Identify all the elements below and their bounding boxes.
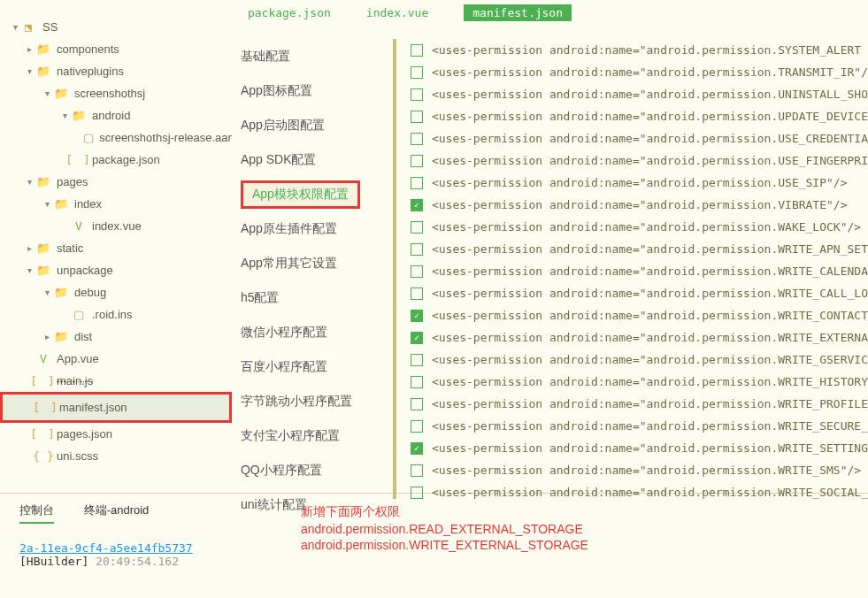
permission-row[interactable]: <uses-permission android:name="android.p… <box>411 415 868 437</box>
config-item-8[interactable]: 微信小程序配置 <box>232 315 393 349</box>
tree-file-uniscss[interactable]: { }uni.scss <box>0 445 232 467</box>
config-item-11[interactable]: 支付宝小程序配置 <box>232 418 393 453</box>
tree-root[interactable]: ▾⬔SS <box>0 16 232 38</box>
permission-text: <uses-permission android:name="android.p… <box>432 132 868 145</box>
tree-folder-unpackage[interactable]: ▾📁unpackage <box>0 259 232 281</box>
tree-file-appvue[interactable]: VApp.vue <box>0 348 232 370</box>
permission-row[interactable]: <uses-permission android:name="android.p… <box>411 83 868 105</box>
permission-row[interactable]: <uses-permission android:name="android.p… <box>411 260 868 282</box>
tree-folder-components[interactable]: ▸📁components <box>0 38 232 60</box>
tree-file-mainjs[interactable]: [ ]main.js <box>0 370 232 392</box>
permission-checkbox[interactable] <box>411 464 423 477</box>
tree-folder-static[interactable]: ▸📁static <box>0 237 232 259</box>
tree-folder-pages[interactable]: ▾📁pages <box>0 171 232 193</box>
permission-row[interactable]: ✓<uses-permission android:name="android.… <box>411 437 868 459</box>
permission-text: <uses-permission android:name="android.p… <box>432 419 868 433</box>
permission-checkbox[interactable] <box>411 133 423 145</box>
config-item-9[interactable]: 百度小程序配置 <box>232 349 393 384</box>
permission-checkbox[interactable] <box>411 398 423 410</box>
tree-file-indexvue[interactable]: Vindex.vue <box>0 215 232 237</box>
config-item-3[interactable]: App SDK配置 <box>232 142 393 177</box>
tree-folder-screenshothsj[interactable]: ▾📁screenshothsj <box>0 82 232 104</box>
folder-icon: 📁 <box>35 242 51 255</box>
hbuilder-label: [HBuilder] <box>19 555 96 568</box>
permission-row[interactable]: ✓<uses-permission android:name="android.… <box>411 304 868 326</box>
config-item-1[interactable]: App图标配置 <box>232 73 393 108</box>
bottom-tab-terminal[interactable]: 终端-android <box>84 502 150 518</box>
permission-checkbox[interactable] <box>411 111 423 123</box>
tree-folder-android[interactable]: ▾📁android <box>0 104 232 126</box>
tree-folder-dist[interactable]: ▸📁dist <box>0 326 232 348</box>
config-item-10[interactable]: 字节跳动小程序配置 <box>232 384 393 418</box>
tab-packagejson[interactable]: package.json <box>248 6 331 19</box>
permission-row[interactable]: <uses-permission android:name="android.p… <box>411 105 868 127</box>
folder-icon: 📁 <box>53 286 69 299</box>
permission-row[interactable]: <uses-permission android:name="android.p… <box>411 150 868 172</box>
permission-row[interactable]: <uses-permission android:name="android.p… <box>411 216 868 238</box>
highlight-manifest: [ ]manifest.json <box>0 392 232 423</box>
permission-checkbox[interactable] <box>411 420 423 433</box>
permission-text: <uses-permission android:name="android.p… <box>432 309 868 322</box>
permission-text: <uses-permission android:name="android.p… <box>432 242 868 256</box>
tree-file-manifest[interactable]: [ ]manifest.json <box>3 396 229 418</box>
annotation-notes: 新增下面两个权限 android.permission.READ_EXTERNA… <box>301 494 588 598</box>
permission-row[interactable]: <uses-permission android:name="android.p… <box>411 371 868 393</box>
permission-text: <uses-permission android:name="android.p… <box>432 88 868 101</box>
permission-text: <uses-permission android:name="android.p… <box>432 397 868 410</box>
permission-row[interactable]: <uses-permission android:name="android.p… <box>411 238 868 260</box>
permission-checkbox[interactable] <box>411 288 423 300</box>
tab-indexvue[interactable]: index.vue <box>366 6 428 19</box>
permission-checkbox[interactable]: ✓ <box>411 332 423 344</box>
tree-folder-nativeplugins[interactable]: ▾📁nativeplugins <box>0 60 232 82</box>
permission-row[interactable]: <uses-permission android:name="android.p… <box>411 61 868 83</box>
permission-checkbox[interactable]: ✓ <box>411 442 423 455</box>
permission-checkbox[interactable] <box>411 88 423 101</box>
permission-checkbox[interactable]: ✓ <box>411 310 423 322</box>
permission-checkbox[interactable] <box>411 177 423 189</box>
permission-row[interactable]: <uses-permission android:name="android.p… <box>411 349 868 371</box>
permission-row[interactable]: <uses-permission android:name="android.p… <box>411 39 868 61</box>
permission-checkbox[interactable] <box>411 265 423 278</box>
json-icon: [ ] <box>35 427 51 441</box>
permission-checkbox[interactable] <box>411 44 423 57</box>
tree-file-aar[interactable]: ▢screenshothsj-release.aar <box>0 126 232 149</box>
permission-checkbox[interactable] <box>411 243 423 256</box>
config-item-7[interactable]: h5配置 <box>232 280 393 315</box>
permission-checkbox[interactable] <box>411 155 423 167</box>
config-item-5[interactable]: App原生插件配置 <box>232 211 393 246</box>
config-item-12[interactable]: QQ小程序配置 <box>232 453 393 487</box>
permission-text: <uses-permission android:name="android.p… <box>432 264 868 278</box>
permission-row[interactable]: <uses-permission android:name="android.p… <box>411 459 868 481</box>
permission-row[interactable]: ✓<uses-permission android:name="android.… <box>411 326 868 349</box>
permissions-panel: <uses-permission android:name="android.p… <box>396 34 868 503</box>
config-item-0[interactable]: 基础配置 <box>232 39 393 73</box>
tab-manifest[interactable]: manifest.json <box>464 4 572 21</box>
config-item-4[interactable]: App模块权限配置 <box>232 177 393 211</box>
folder-icon: 📁 <box>53 197 69 211</box>
config-item-6[interactable]: App常用其它设置 <box>232 246 393 280</box>
permission-text: <uses-permission android:name="android.p… <box>432 441 868 455</box>
permission-text: <uses-permission android:name="android.p… <box>432 176 848 189</box>
permission-row[interactable]: <uses-permission android:name="android.p… <box>411 393 868 415</box>
permission-text: <uses-permission android:name="android.p… <box>432 287 868 300</box>
permission-checkbox[interactable] <box>411 354 423 366</box>
note-line-3: android.permission.WRITE_EXTERNAL_STORAG… <box>301 538 588 552</box>
config-item-2[interactable]: App启动图配置 <box>232 108 393 142</box>
bottom-tab-console[interactable]: 控制台 <box>19 502 54 524</box>
tree-file-pagesjson[interactable]: [ ]pages.json <box>0 423 232 445</box>
permission-checkbox[interactable] <box>411 66 423 79</box>
tree-folder-debug[interactable]: ▾📁debug <box>0 281 232 303</box>
permission-row[interactable]: <uses-permission android:name="android.p… <box>411 172 868 194</box>
log-link[interactable]: 2a-11ea-9cf4-a5ee14fb5737 <box>19 541 193 555</box>
tree-folder-index[interactable]: ▾📁index <box>0 193 232 215</box>
permission-row[interactable]: ✓<uses-permission android:name="android.… <box>411 194 868 216</box>
permission-checkbox[interactable] <box>411 221 423 234</box>
permission-row[interactable]: <uses-permission android:name="android.p… <box>411 127 868 150</box>
tree-file-roidins[interactable]: ▢.roid.ins <box>0 303 232 326</box>
permission-row[interactable]: <uses-permission android:name="android.p… <box>411 282 868 304</box>
permission-text: <uses-permission android:name="android.p… <box>432 331 868 344</box>
json-icon: [ ] <box>71 153 87 166</box>
permission-checkbox[interactable]: ✓ <box>411 199 423 211</box>
tree-file-packagejson[interactable]: [ ]package.json <box>0 149 232 171</box>
permission-checkbox[interactable] <box>411 376 423 388</box>
